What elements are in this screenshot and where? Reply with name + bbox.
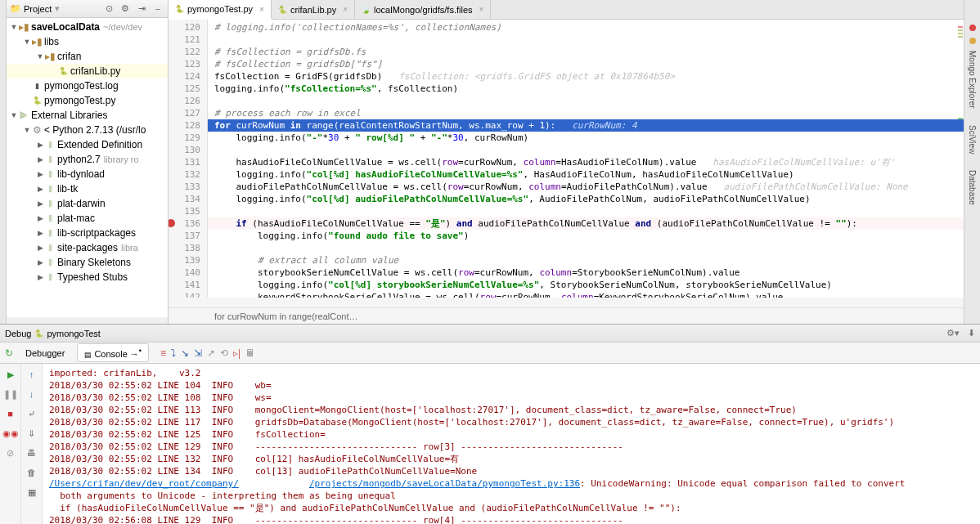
stop-icon[interactable]: ■ (3, 406, 18, 421)
console-line: 2018/03/30 02:55:02 LINE 134 INFO col[13… (49, 465, 973, 477)
mongo-explorer-tab[interactable]: Mongo Explorer (968, 51, 977, 109)
tree-item[interactable]: ▶⫴plat-mac (7, 211, 168, 226)
gutter[interactable]: 1201211221231241251261271281291301311321… (169, 20, 208, 298)
down-icon[interactable]: ↓ (25, 387, 39, 401)
resume-icon[interactable]: ▶ (3, 367, 18, 382)
tree-item[interactable]: ▶⫴Binary Skeletons (7, 255, 168, 270)
console-line: both arguments to Unicode - interpreting… (49, 490, 973, 502)
tree-item[interactable]: ▶⫴lib-tk (7, 181, 168, 196)
collapse-icon[interactable]: ⊙ (102, 2, 115, 16)
step-out-icon[interactable]: ↗ (207, 347, 215, 359)
breakpoint-icon[interactable] (169, 219, 175, 227)
rerun-icon[interactable]: ↻ (5, 347, 13, 359)
console-tab[interactable]: ▤ Console →• (77, 343, 149, 362)
tree-item[interactable]: 🐍crifanLib.py (7, 64, 168, 78)
pause-icon[interactable]: ❚❚ (3, 387, 18, 401)
project-tree[interactable]: ▼▸▮saveLocalData~/dev/dev▼▸▮libs▼▸▮crifa… (7, 18, 168, 317)
up-icon[interactable]: ↑ (25, 367, 39, 382)
right-sidebar: Mongo Explorer SciView Database (964, 0, 980, 324)
breadcrumb[interactable]: for curRowNum in range(realCont… (169, 307, 964, 324)
editor-h-scrollbar[interactable] (169, 298, 964, 307)
scroll-end-icon[interactable]: ⇓ (25, 426, 39, 441)
mute-bp-icon[interactable]: ⊘ (3, 446, 18, 460)
debugger-tab[interactable]: Debugger (18, 345, 72, 361)
print-icon[interactable]: 🖶 (25, 446, 39, 460)
tree-item[interactable]: ▶⫴python2.7library ro (7, 152, 168, 167)
step-into-icon[interactable]: ↘ (181, 347, 189, 359)
download-icon[interactable]: ⬇ (968, 328, 975, 338)
filter-icon[interactable]: ▦ (25, 485, 39, 499)
h-scrollbar[interactable] (7, 317, 168, 324)
step-over-icon[interactable]: ⤵ (171, 347, 176, 359)
gear-icon[interactable]: ⚙▾ (946, 328, 960, 338)
console-line: 2018/03/30 02:55:02 LINE 108 INFO ws= (49, 392, 973, 404)
error-indicator[interactable] (969, 25, 976, 31)
console-line: 2018/03/30 02:55:02 LINE 104 INFO wb= (49, 379, 973, 392)
error-stripe[interactable] (955, 20, 964, 298)
console-line: 2018/03/30 02:55:02 LINE 132 INFO col[12… (49, 453, 973, 465)
project-header: 📁 Project ▾ ⊙ ⚙ ⇥ − (7, 0, 168, 18)
console-controls: ↑ ↓ ⤶ ⇓ 🖶 🗑 ▦ (21, 364, 43, 524)
tree-item[interactable]: ▶⫴lib-dynload (7, 167, 168, 181)
folder-icon: 📁 (10, 3, 21, 14)
dropdown-icon[interactable]: ▾ (55, 3, 60, 14)
view-bp-icon[interactable]: ◉◉ (3, 426, 18, 441)
run-config-name: pymongoTest (47, 329, 100, 338)
debug-run-controls: ▶ ❚❚ ■ ◉◉ ⊘ (0, 364, 21, 524)
tree-item[interactable]: ▮pymongoTest.log (7, 78, 168, 93)
editor-body[interactable]: 1201211221231241251261271281291301311321… (169, 20, 964, 298)
editor-tab[interactable]: 🐍pymongoTest.py× (169, 0, 272, 20)
force-step-icon[interactable]: ⇲ (194, 347, 202, 359)
tree-item[interactable]: ▼▸▮saveLocalData~/dev/dev (7, 20, 168, 34)
project-tool-window: 📁 Project ▾ ⊙ ⚙ ⇥ − ▼▸▮saveLocalData~/de… (7, 0, 169, 324)
drop-frame-icon[interactable]: ⟲ (220, 347, 228, 359)
warn-indicator[interactable] (969, 38, 976, 44)
debug-title: Debug (5, 329, 31, 338)
close-icon[interactable]: × (479, 5, 484, 14)
console-output[interactable]: imported: crifanLib, v3.22018/03/30 02:5… (43, 364, 980, 524)
soft-wrap-icon[interactable]: ⤶ (25, 406, 39, 421)
clear-icon[interactable]: 🗑 (25, 465, 39, 480)
breadcrumb-text: for curRowNum in range(realCont… (214, 311, 357, 321)
show-exec-icon[interactable]: ≡ (160, 347, 166, 359)
hide-icon[interactable]: ⇥ (135, 2, 148, 16)
console-line: if (hasAudioFileColNumCellValue == "是") … (49, 502, 973, 514)
console-line: 2018/03/30 02:56:08 LINE 129 INFO ------… (49, 514, 973, 524)
settings-icon[interactable]: ⚙ (119, 2, 132, 16)
sciview-tab[interactable]: SciView (968, 125, 977, 154)
tree-item[interactable]: ▼⚙< Python 2.7.13 (/usr/lo (7, 123, 168, 137)
tree-item[interactable]: ▶⫴lib-scriptpackages (7, 226, 168, 240)
code-area[interactable]: # logging.info('collectionNames=%s', col… (208, 20, 964, 298)
console-line: /Users/crifan/dev/dev_root/company/ /pro… (49, 477, 973, 490)
python-icon: 🐍 (34, 329, 43, 338)
debug-header: Debug 🐍 pymongoTest ⚙▾ ⬇ (0, 325, 980, 343)
tree-item[interactable]: ▼▸▮libs (7, 34, 168, 49)
project-title: Project (24, 4, 52, 14)
tree-item[interactable]: ▼⫸External Libraries (7, 108, 168, 123)
tree-item[interactable]: ▼▸▮crifan (7, 49, 168, 64)
database-tab[interactable]: Database (968, 170, 977, 205)
tree-item[interactable]: 🐍pymongoTest.py (7, 93, 168, 108)
run-to-cursor-icon[interactable]: ▹| (233, 347, 241, 359)
close-icon[interactable]: × (343, 5, 348, 14)
tree-item[interactable]: ▶⫴Extended Definition (7, 137, 168, 152)
console-line: 2018/03/30 02:55:02 LINE 117 INFO gridfs… (49, 416, 973, 428)
minimize-icon[interactable]: − (151, 2, 164, 16)
tree-item[interactable]: ▶⫴site-packageslibra (7, 240, 168, 255)
console-line: imported: crifanLib, v3.2 (49, 367, 973, 379)
close-icon[interactable]: × (259, 5, 264, 14)
tree-item[interactable]: ▶⫴plat-darwin (7, 196, 168, 211)
editor-tabs: 🐍pymongoTest.py×🐍crifanLib.py×🍃localMong… (169, 0, 964, 20)
editor-area: 🐍pymongoTest.py×🐍crifanLib.py×🍃localMong… (169, 0, 964, 324)
console-line: 2018/03/30 02:55:02 LINE 113 INFO mongoC… (49, 404, 973, 416)
editor-tab[interactable]: 🐍crifanLib.py× (272, 0, 355, 19)
evaluate-icon[interactable]: 🖩 (245, 347, 255, 359)
debug-toolbar: ↻ Debugger ▤ Console →• ≡ ⤵ ↘ ⇲ ↗ ⟲ ▹| 🖩 (0, 343, 980, 364)
console-line: 2018/03/30 02:55:02 LINE 129 INFO ------… (49, 441, 973, 453)
left-gutter (0, 0, 7, 324)
debug-tool-window: Debug 🐍 pymongoTest ⚙▾ ⬇ ↻ Debugger ▤ Co… (0, 325, 980, 524)
console-line: 2018/03/30 02:55:02 LINE 125 INFO fsColl… (49, 428, 973, 441)
tree-item[interactable]: ▶⫴Typeshed Stubs (7, 270, 168, 284)
editor-tab[interactable]: 🍃localMongo/gridfs/fs.files× (355, 0, 491, 19)
